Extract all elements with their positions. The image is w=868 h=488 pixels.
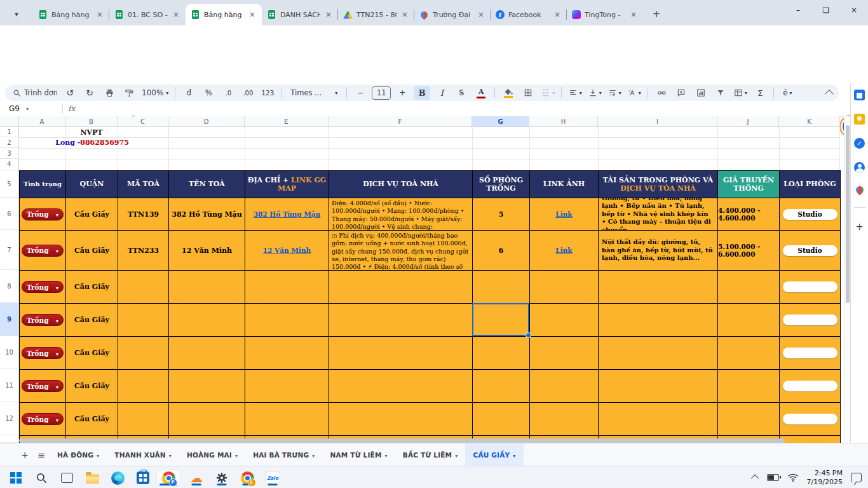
cell-vacant-selected[interactable] — [473, 304, 530, 337]
row-header[interactable]: 11 — [0, 369, 19, 402]
row-header-selected[interactable]: 9 — [0, 303, 19, 336]
header-room-type[interactable]: LOẠI PHÒNG — [780, 171, 841, 198]
cell-vacant[interactable]: 6 — [473, 231, 530, 271]
minimize-button[interactable]: – — [784, 0, 812, 20]
borders-button[interactable] — [520, 86, 536, 100]
cell-room-type[interactable] — [780, 403, 841, 436]
sheet-tab[interactable]: BẮC TỪ LIÊM — [395, 444, 466, 466]
sheet-tab[interactable]: HÀ ĐÔNG — [50, 444, 107, 466]
cell-address[interactable]: 12 Văn Minh — [245, 231, 329, 271]
calendar-icon[interactable] — [854, 90, 865, 100]
merge-cells-button[interactable] — [539, 86, 556, 100]
vertical-scrollbar-thumb[interactable] — [846, 125, 850, 303]
cell-services[interactable] — [329, 403, 473, 436]
format-percent-button[interactable]: % — [200, 86, 217, 100]
sheet-tab-active[interactable]: CẦU GIẤY — [465, 444, 523, 466]
cell-services[interactable] — [329, 271, 473, 304]
undo-button[interactable] — [62, 86, 78, 100]
cell-vacant[interactable] — [473, 370, 530, 403]
select-all-corner[interactable] — [0, 116, 19, 127]
cell-status[interactable]: Trống — [20, 337, 66, 370]
tab-close-icon[interactable] — [629, 10, 638, 19]
gg-map-link[interactable]: 382 Hồ Tùng Mậu — [254, 210, 320, 218]
note-contact[interactable]: Long - 0862856975 — [41, 137, 143, 148]
hide-menus-icon[interactable] — [825, 90, 834, 98]
photo-link[interactable]: Link — [555, 247, 572, 254]
cell-assets[interactable]: Nội thất đầy đủ: giường, tủ, bàn ghế ăn,… — [599, 231, 718, 271]
cell-district[interactable]: Cầu Giấy — [66, 337, 118, 370]
cell-code[interactable] — [118, 337, 169, 370]
add-sheet-button[interactable] — [17, 450, 33, 460]
cell-address[interactable] — [245, 370, 329, 403]
battery-icon[interactable] — [767, 474, 779, 481]
cell-address[interactable] — [245, 271, 329, 304]
cell-address[interactable] — [245, 337, 329, 370]
column-header[interactable]: E — [245, 116, 329, 126]
hidden-icons-chevron[interactable] — [750, 475, 759, 483]
note-nvpt[interactable]: NVPT — [65, 127, 118, 137]
text-color-button[interactable]: A — [473, 86, 489, 100]
column-header[interactable]: B — [65, 116, 118, 126]
header-name[interactable]: TÊN TOÀ — [169, 171, 245, 198]
row-header[interactable]: 6 — [0, 198, 19, 230]
notifications-icon[interactable] — [851, 473, 862, 482]
cell-name[interactable] — [169, 370, 245, 403]
cell-status[interactable]: Trống — [20, 271, 66, 304]
room-type-dropdown[interactable] — [783, 348, 837, 358]
room-type-dropdown[interactable] — [783, 315, 837, 325]
cell-name[interactable]: 12 Văn Minh — [169, 231, 245, 271]
row-header[interactable]: 7 — [0, 230, 19, 270]
room-type-dropdown[interactable] — [783, 381, 837, 391]
all-sheets-button[interactable] — [33, 450, 50, 460]
browser-tab[interactable]: Bảng hàng T — [33, 4, 109, 25]
status-dropdown[interactable]: Trống — [22, 413, 64, 425]
cloudflare-icon[interactable] — [184, 470, 208, 486]
column-header[interactable]: F — [329, 116, 472, 126]
cell-photos[interactable] — [530, 304, 599, 337]
start-button[interactable] — [4, 470, 28, 486]
sheet-tab[interactable]: HAI BÀ TRƯNG — [245, 444, 322, 466]
functions-button[interactable]: Σ — [752, 86, 768, 100]
create-filter-button[interactable] — [712, 86, 729, 100]
cell-vacant[interactable]: 5 — [473, 198, 530, 231]
room-type-dropdown[interactable] — [783, 414, 837, 424]
tab-close-icon[interactable] — [172, 10, 180, 19]
cell-services[interactable] — [329, 304, 473, 337]
gg-map-link[interactable]: 12 Văn Minh — [263, 247, 311, 254]
cell-assets[interactable] — [599, 271, 718, 304]
header-vacancies[interactable]: SỐ PHÒNG TRỐNG — [473, 171, 530, 198]
close-button[interactable]: × — [840, 0, 868, 20]
cell-photos[interactable]: Link — [530, 231, 599, 271]
cell-address[interactable] — [245, 403, 329, 436]
browser-tab[interactable]: Facebook — [491, 4, 567, 25]
cell-assets[interactable] — [599, 304, 718, 337]
room-type-dropdown[interactable]: Studio — [783, 209, 837, 220]
column-header[interactable]: D — [168, 116, 245, 126]
cell-price[interactable] — [718, 403, 780, 436]
new-tab-button[interactable] — [648, 6, 665, 22]
cell-district[interactable]: Cầu Giấy — [66, 271, 118, 304]
cell-services[interactable] — [329, 370, 473, 403]
cell-code[interactable] — [118, 271, 169, 304]
settings-gear-icon[interactable] — [210, 470, 234, 486]
decrease-font-size-button[interactable]: − — [352, 86, 369, 100]
cell-name[interactable]: 382 Hồ Tùng Mậu — [169, 198, 245, 231]
formula-input[interactable] — [75, 101, 868, 116]
cell-vacant[interactable] — [473, 403, 530, 436]
row-header[interactable] — [0, 435, 19, 443]
row-header[interactable]: 4 — [0, 159, 19, 170]
cell-status[interactable]: Trống — [20, 403, 66, 436]
cell-status[interactable]: Trống — [20, 231, 66, 271]
insert-chart-button[interactable] — [693, 86, 709, 100]
cell-district[interactable]: Cầu Giấy — [66, 370, 118, 403]
print-button[interactable] — [101, 86, 118, 100]
cell-photos[interactable] — [530, 370, 599, 403]
name-box[interactable]: G9 — [0, 104, 57, 113]
tab-close-icon[interactable] — [95, 10, 104, 19]
increase-decimals-button[interactable]: .00 — [240, 86, 256, 100]
column-header[interactable]: J — [717, 116, 779, 126]
cell-name[interactable] — [169, 304, 245, 337]
header-photos[interactable]: LINK ẢNH — [530, 171, 599, 198]
browser-tab[interactable]: DANH SÁCH — [262, 4, 338, 25]
text-rotate-button[interactable] — [626, 86, 642, 100]
